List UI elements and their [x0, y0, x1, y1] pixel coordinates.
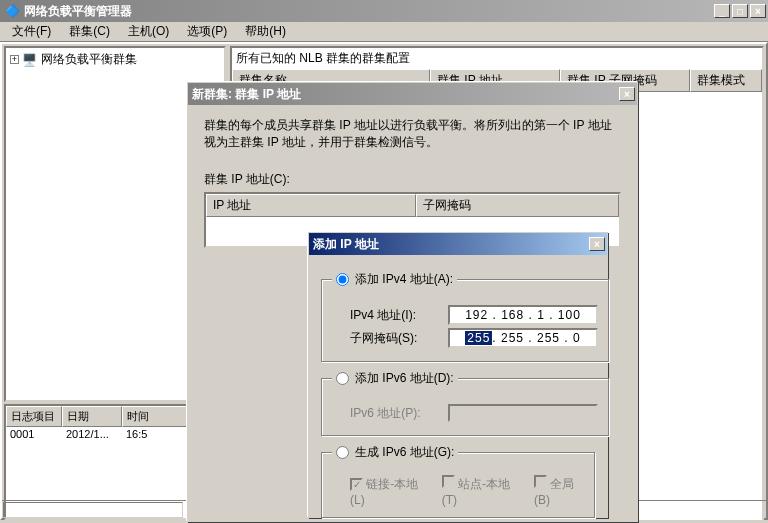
- menu-file[interactable]: 文件(F): [4, 21, 59, 42]
- menu-host[interactable]: 主机(O): [120, 21, 177, 42]
- menu-options[interactable]: 选项(P): [179, 21, 235, 42]
- minimize-button[interactable]: _: [714, 4, 730, 18]
- ipv6-label: IPv6 地址(P):: [350, 405, 440, 422]
- newcluster-titlebar: 新群集: 群集 IP 地址 ×: [188, 83, 637, 105]
- log-cell-date: 2012/1...: [62, 428, 122, 440]
- ipv4-label: IPv4 地址(I):: [350, 307, 440, 324]
- main-menubar: 文件(F) 群集(C) 主机(O) 选项(P) 帮助(H): [0, 22, 768, 42]
- maximize-button[interactable]: □: [732, 4, 748, 18]
- ipv6-input: [448, 404, 598, 422]
- tree-root-item[interactable]: + 🖥️ 网络负载平衡群集: [8, 50, 222, 69]
- checkbox-link-local: ✓: [350, 478, 363, 491]
- ipv4-input[interactable]: 192 . 168 . 1 . 100: [448, 305, 598, 325]
- addip-close-button[interactable]: ×: [589, 237, 605, 251]
- tree-expander-icon[interactable]: +: [10, 55, 19, 64]
- addip-titlebar: 添加 IP 地址 ×: [309, 233, 607, 255]
- log-col-item[interactable]: 日志项目: [6, 406, 62, 427]
- checkbox-site-local: [442, 475, 455, 488]
- menu-cluster[interactable]: 群集(C): [61, 21, 118, 42]
- status-cell: [3, 502, 183, 518]
- main-titlebar: 🔷 网络负载平衡管理器 _ □ ×: [0, 0, 768, 22]
- log-col-date[interactable]: 日期: [62, 406, 122, 427]
- newcluster-listlabel: 群集 IP 地址(C):: [204, 171, 621, 188]
- radio-gen-label: 生成 IPv6 地址(G):: [355, 444, 454, 461]
- subnet-label: 子网掩码(S):: [350, 330, 440, 347]
- log-cell-time: 16:5: [122, 428, 151, 440]
- radio-ipv4-legend[interactable]: 添加 IPv4 地址(A):: [332, 271, 457, 288]
- newcluster-title: 新群集: 群集 IP 地址: [192, 86, 619, 103]
- radio-ipv6-label: 添加 IPv6 地址(D):: [355, 370, 454, 387]
- list-col-ip[interactable]: IP 地址: [206, 194, 416, 217]
- radio-ipv4-label: 添加 IPv4 地址(A):: [355, 271, 453, 288]
- subnet-input[interactable]: 255. 255 . 255 . 0: [448, 328, 598, 348]
- newcluster-desc1: 群集的每个成员共享群集 IP 地址以进行负载平衡。将所列出的第一个 IP 地址: [204, 117, 621, 134]
- ipv4-group: 添加 IPv4 地址(A): IPv4 地址(I): 192 . 168 . 1…: [321, 271, 609, 362]
- main-title: 网络负载平衡管理器: [24, 3, 714, 20]
- close-button[interactable]: ×: [750, 4, 766, 18]
- col-mode[interactable]: 群集模式: [690, 69, 762, 92]
- gen-ipv6-group: 生成 IPv6 地址(G): ✓ 链接-本地(L) 站点-本地(T) 全局(B): [321, 444, 595, 518]
- newcluster-close-button[interactable]: ×: [619, 87, 635, 101]
- radio-ipv6-legend[interactable]: 添加 IPv6 地址(D):: [332, 370, 458, 387]
- list-col-subnet[interactable]: 子网掩码: [416, 194, 619, 217]
- ipv6-group: 添加 IPv6 地址(D): IPv6 地址(P):: [321, 370, 609, 436]
- checkbox-global: [534, 475, 547, 488]
- cluster-icon: 🖥️: [22, 52, 38, 68]
- log-cell-item: 0001: [6, 428, 62, 440]
- tree-root-label: 网络负载平衡群集: [41, 51, 137, 68]
- radio-ipv4[interactable]: [336, 273, 349, 286]
- addip-title: 添加 IP 地址: [313, 236, 589, 253]
- newcluster-desc2: 视为主群集 IP 地址，并用于群集检测信号。: [204, 134, 621, 151]
- menu-help[interactable]: 帮助(H): [237, 21, 294, 42]
- add-ip-dialog: 添加 IP 地址 × 添加 IPv4 地址(A): IPv4 地址(I): 19…: [308, 232, 608, 518]
- radio-gen-legend[interactable]: 生成 IPv6 地址(G):: [332, 444, 458, 461]
- app-icon: 🔷: [4, 3, 20, 19]
- radio-ipv6[interactable]: [336, 372, 349, 385]
- radio-gen[interactable]: [336, 446, 349, 459]
- right-heading: 所有已知的 NLB 群集的群集配置: [232, 48, 762, 69]
